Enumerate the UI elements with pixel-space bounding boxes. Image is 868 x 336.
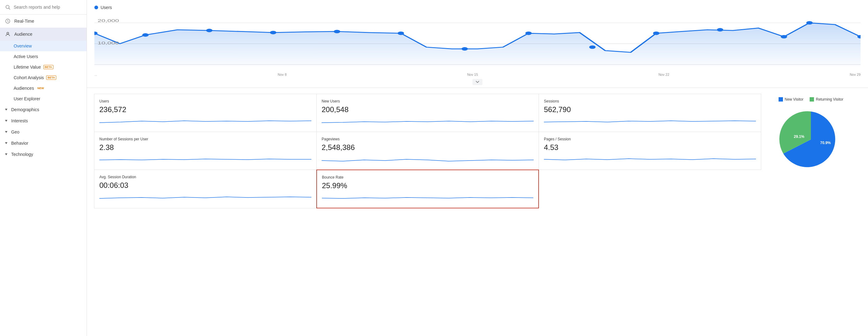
metric-card-sessions: Sessions 562,790 — [538, 94, 761, 132]
mini-chart-pages-per-session — [544, 154, 756, 164]
x-label-ellipsis: ... — [94, 73, 97, 77]
svg-point-11 — [334, 30, 340, 33]
metric-label-bounce-rate: Bounce Rate — [322, 175, 533, 180]
new-visitor-label: New Visitor — [785, 97, 803, 101]
metric-label-new-users: New Users — [321, 99, 534, 103]
metric-card-sessions-per-user: Number of Sessions per User 2.38 — [94, 132, 317, 170]
pie-legend-new-visitor: New Visitor — [779, 97, 803, 101]
svg-point-8 — [142, 33, 149, 37]
metric-card-new-users: New Users 200,548 — [316, 94, 539, 132]
metric-label-avg-session: Avg. Session Duration — [99, 175, 311, 179]
sidebar-sub-item-lifetime-value[interactable]: Lifetime Value BETA — [0, 62, 87, 72]
users-legend-dot — [94, 6, 98, 9]
sidebar-item-realtime[interactable]: Real-Time — [0, 14, 87, 28]
main-content: Users — [87, 0, 868, 336]
search-icon — [5, 4, 10, 10]
svg-point-13 — [462, 47, 468, 51]
sidebar-sub-item-user-explorer[interactable]: User Explorer — [0, 93, 87, 104]
metric-card-pageviews: Pageviews 2,548,386 — [316, 132, 539, 170]
chevron-down-icon-behavior — [5, 142, 7, 144]
x-label-nov8: Nov 8 — [278, 73, 287, 77]
pie-chart-container: 70.9% 29.1% — [777, 105, 845, 174]
mini-chart-pageviews — [321, 154, 534, 164]
metric-value-new-users: 200,548 — [321, 105, 534, 114]
mini-chart-bounce-rate — [322, 192, 533, 202]
metric-card-users: Users 236,572 — [94, 94, 317, 132]
metric-label-pageviews: Pageviews — [321, 137, 534, 141]
sidebar-sub-item-overview[interactable]: Overview — [0, 41, 87, 51]
x-label-nov15: Nov 15 — [467, 73, 478, 77]
users-line-chart: 20,000 10,000 — [94, 12, 861, 71]
metric-value-pageviews: 2,548,386 — [321, 143, 534, 152]
realtime-label: Real-Time — [14, 19, 34, 24]
metric-value-avg-session: 00:06:03 — [99, 181, 311, 190]
metric-card-bounce-rate: Bounce Rate 25.99% — [316, 170, 539, 208]
metric-value-sessions: 562,790 — [544, 105, 756, 114]
beta-badge-lifetime: BETA — [43, 65, 53, 69]
metric-label-sessions: Sessions — [544, 99, 756, 103]
mini-chart-new-users — [321, 117, 534, 126]
sidebar-item-audience[interactable]: Audience — [0, 28, 87, 41]
svg-line-1 — [9, 8, 10, 9]
metric-value-bounce-rate: 25.99% — [322, 181, 533, 190]
pie-legend: New Visitor Returning Visitor — [779, 97, 843, 101]
svg-point-3 — [7, 32, 9, 34]
chevron-down-icon-chart — [475, 81, 479, 83]
x-label-nov29: Nov 29 — [850, 73, 861, 77]
sidebar-sub-item-cohort[interactable]: Cohort Analysis BETA — [0, 72, 87, 83]
svg-text:10,000: 10,000 — [97, 41, 119, 45]
sidebar-section-interests[interactable]: Interests — [0, 115, 87, 126]
sidebar-section-demographics[interactable]: Demographics — [0, 104, 87, 115]
x-label-nov22: Nov 22 — [658, 73, 669, 77]
chart-area: Users — [87, 0, 868, 88]
new-visitor-color — [779, 97, 783, 101]
metric-value-sessions-per-user: 2.38 — [99, 143, 311, 152]
beta-badge-cohort: BETA — [46, 75, 56, 80]
chart-collapse-button[interactable] — [472, 79, 483, 85]
svg-point-9 — [206, 29, 213, 32]
pie-label-returning-visitor: 29.1% — [794, 134, 804, 139]
chevron-down-icon-interests — [5, 120, 7, 122]
metrics-area: Users 236,572 New Users 200,548 Sessions… — [87, 88, 868, 215]
pie-legend-returning-visitor: Returning Visitor — [810, 97, 843, 101]
svg-point-17 — [717, 28, 723, 31]
returning-visitor-label: Returning Visitor — [816, 97, 843, 101]
search-bar[interactable] — [0, 0, 87, 14]
chart-x-labels: ... Nov 8 Nov 15 Nov 22 Nov 29 — [94, 71, 861, 79]
svg-point-18 — [781, 35, 787, 38]
pie-chart-area: New Visitor Returning Visitor — [761, 94, 861, 208]
sidebar-sub-item-active-users[interactable]: Active Users — [0, 51, 87, 62]
new-badge-audiences: NEW — [36, 86, 45, 90]
metrics-grid-container: Users 236,572 New Users 200,548 Sessions… — [94, 94, 761, 208]
metric-card-avg-session: Avg. Session Duration 00:06:03 — [94, 170, 317, 208]
sidebar-section-technology[interactable]: Technology — [0, 149, 87, 160]
mini-chart-sessions — [544, 117, 756, 126]
mini-chart-users — [99, 117, 311, 126]
mini-chart-avg-session — [99, 192, 311, 202]
chevron-down-icon-demographics — [5, 109, 7, 111]
mini-chart-sessions-per-user — [99, 154, 311, 164]
users-legend-label: Users — [101, 5, 112, 10]
svg-point-0 — [6, 5, 9, 9]
pie-label-new-visitor: 70.9% — [820, 141, 831, 145]
metric-label-pages-per-session: Pages / Session — [544, 137, 756, 141]
person-icon — [5, 31, 10, 37]
clock-icon — [5, 18, 10, 24]
returning-visitor-color — [810, 97, 814, 101]
chevron-down-icon-technology — [5, 153, 7, 155]
sidebar-sub-item-audiences[interactable]: Audiences NEW — [0, 83, 87, 93]
svg-point-15 — [589, 45, 596, 49]
svg-point-16 — [653, 31, 660, 35]
sidebar-section-behavior[interactable]: Behavior — [0, 138, 87, 149]
sidebar-section-geo[interactable]: Geo — [0, 126, 87, 138]
audience-sub-nav: Overview Active Users Lifetime Value BET… — [0, 41, 87, 104]
line-chart-container: 20,000 10,000 — [94, 12, 861, 71]
svg-text:20,000: 20,000 — [97, 19, 119, 23]
chart-legend: Users — [94, 5, 861, 10]
search-input[interactable] — [14, 5, 82, 10]
audience-label: Audience — [14, 32, 32, 37]
chevron-down-icon-geo — [5, 131, 7, 133]
svg-point-14 — [525, 31, 532, 35]
metric-value-users: 236,572 — [99, 105, 311, 114]
metric-label-sessions-per-user: Number of Sessions per User — [99, 137, 311, 141]
